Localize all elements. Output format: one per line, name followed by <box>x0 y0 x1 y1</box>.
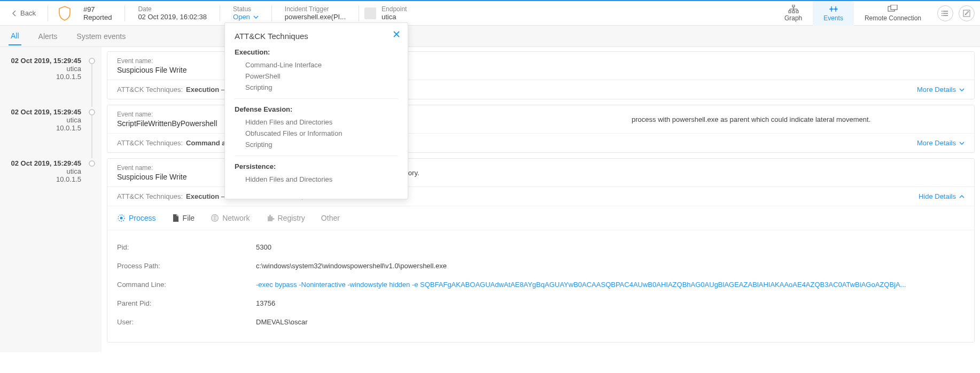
endpoint-value[interactable]: utica <box>382 13 407 21</box>
tab-process-label: Process <box>129 214 156 222</box>
popover-item: Hidden Files and Directories <box>235 116 398 128</box>
status-dropdown[interactable]: Open <box>233 13 259 21</box>
more-details-label: More Details <box>917 139 956 147</box>
attck-techniques-label: ATT&CK Techniques: <box>117 139 183 147</box>
process-path-label: Process Path: <box>117 262 256 270</box>
chevron-up-icon <box>959 195 965 198</box>
kv-row: Process Path: c:\windows\system32\window… <box>117 257 965 275</box>
timeline-line <box>91 115 92 158</box>
page-wrap: Back #97 Reported Date 02 Oct 2019, 16:0… <box>0 1 980 352</box>
list-view-button[interactable] <box>937 5 953 21</box>
tab-network-label: Network <box>222 214 250 222</box>
timeline-host: utica <box>5 116 81 124</box>
subtabs: All Alerts System events <box>0 26 980 47</box>
timeline-entry[interactable]: 02 Oct 2019, 15:29:45 utica 10.0.1.5 <box>0 154 102 205</box>
shield-icon <box>53 5 76 21</box>
parent-pid-value: 13756 <box>256 299 965 307</box>
tab-process[interactable]: Process <box>117 214 156 222</box>
timeline-entry[interactable]: 02 Oct 2019, 15:29:45 utica 10.0.1.5 <box>0 103 102 154</box>
timeline-date: 02 Oct 2019, 15:29:45 <box>5 57 81 65</box>
tab-file[interactable]: File <box>172 214 195 222</box>
more-details-link[interactable]: More Details <box>917 86 965 94</box>
tab-other[interactable]: Other <box>321 214 340 222</box>
popover-item: Hidden Files and Directories <box>235 174 398 185</box>
svg-point-4 <box>830 8 833 10</box>
back-button[interactable]: Back <box>5 9 42 17</box>
trigger-label: Incident Trigger <box>285 5 346 13</box>
subtab-all[interactable]: All <box>9 27 21 45</box>
timeline-line <box>91 64 92 107</box>
pid-label: Pid: <box>117 243 256 251</box>
timeline-ip: 10.0.1.5 <box>5 124 81 132</box>
endpoint-block: Endpoint utica <box>364 5 409 21</box>
remote-icon <box>888 5 898 13</box>
tab-remote[interactable]: Remote Connection <box>854 1 932 26</box>
body: 02 Oct 2019, 15:29:45 utica 10.0.1.5 02 … <box>0 47 980 352</box>
svg-rect-1 <box>789 11 791 13</box>
attck-popover: ATT&CK Techniques Execution: Command-Lin… <box>224 22 408 199</box>
divider <box>359 5 359 21</box>
status-label: Status <box>233 5 259 13</box>
chevron-down-icon <box>253 15 259 19</box>
status-value: Open <box>233 13 250 21</box>
more-details-link[interactable]: More Details <box>917 139 965 147</box>
nav-tabs: Graph Events Remote Connection <box>774 1 932 26</box>
file-icon <box>172 214 180 222</box>
events-icon <box>828 5 839 13</box>
date-label: Date <box>138 5 207 13</box>
chevron-down-icon <box>959 142 965 145</box>
user-value: DMEVALS\oscar <box>256 318 965 326</box>
svg-rect-3 <box>796 11 798 13</box>
timeline-ip: 10.0.1.5 <box>5 73 81 81</box>
more-details-label: More Details <box>917 86 956 94</box>
kv-row: Command Line: -exec bypass -Noninteracti… <box>117 275 965 294</box>
popover-section: Persistence: Hidden Files and Directorie… <box>235 162 398 190</box>
tab-graph[interactable]: Graph <box>774 1 813 26</box>
svg-point-13 <box>120 217 123 220</box>
graph-icon <box>788 5 799 13</box>
close-button[interactable] <box>393 29 400 41</box>
tab-other-label: Other <box>321 214 340 222</box>
edit-button[interactable] <box>959 5 975 21</box>
divider <box>220 5 220 21</box>
parent-pid-label: Parent Pid: <box>117 299 256 307</box>
tab-events[interactable]: Events <box>813 1 854 26</box>
kv-row: User: DMEVALS\oscar <box>117 313 965 331</box>
hide-details-label: Hide Details <box>919 192 956 200</box>
globe-icon <box>211 214 219 222</box>
date-value: 02 Oct 2019, 16:02:38 <box>138 13 207 21</box>
popover-section-head: Defense Evasion: <box>235 105 398 113</box>
popover-section-head: Persistence: <box>235 162 398 170</box>
command-line-value[interactable]: -exec bypass -Noninteractive -windowstyl… <box>256 281 965 289</box>
subtab-system[interactable]: System events <box>74 28 128 45</box>
popover-section-head: Execution: <box>235 48 398 56</box>
trigger-value[interactable]: powershell.exe(PI... <box>285 13 346 21</box>
tab-network[interactable]: Network <box>211 214 250 222</box>
divider <box>125 5 125 21</box>
svg-rect-7 <box>891 5 897 10</box>
tab-graph-label: Graph <box>784 14 802 22</box>
subtab-alerts[interactable]: Alerts <box>36 28 60 45</box>
timeline-dot-icon <box>89 109 95 115</box>
attck-techniques-label: ATT&CK Techniques: <box>117 192 183 200</box>
trigger-block: Incident Trigger powershell.exe(PI... <box>277 5 353 21</box>
kv-row: Parent Pid: 13756 <box>117 294 965 313</box>
tab-registry[interactable]: Registry <box>266 214 305 222</box>
process-details: Pid: 5300 Process Path: c:\windows\syste… <box>107 230 974 342</box>
attck-category: Execution <box>186 192 219 200</box>
svg-point-8 <box>942 11 943 12</box>
svg-point-9 <box>942 13 943 14</box>
target-icon <box>117 214 126 222</box>
tab-file-label: File <box>183 214 195 222</box>
timeline-entry[interactable]: 02 Oct 2019, 15:29:45 utica 10.0.1.5 <box>0 51 102 103</box>
popover-item: Scripting <box>235 139 398 150</box>
endpoint-label: Endpoint <box>382 5 407 13</box>
list-icon <box>942 10 949 17</box>
event-description: process with powershell.exe as parent wh… <box>632 115 965 123</box>
hide-details-link[interactable]: Hide Details <box>919 192 965 200</box>
svg-point-10 <box>942 15 943 16</box>
popover-section: Defense Evasion: Hidden Files and Direct… <box>235 105 398 156</box>
incident-id: #97 <box>83 5 112 13</box>
divider <box>48 5 48 21</box>
popover-item: PowerShell <box>235 71 398 82</box>
